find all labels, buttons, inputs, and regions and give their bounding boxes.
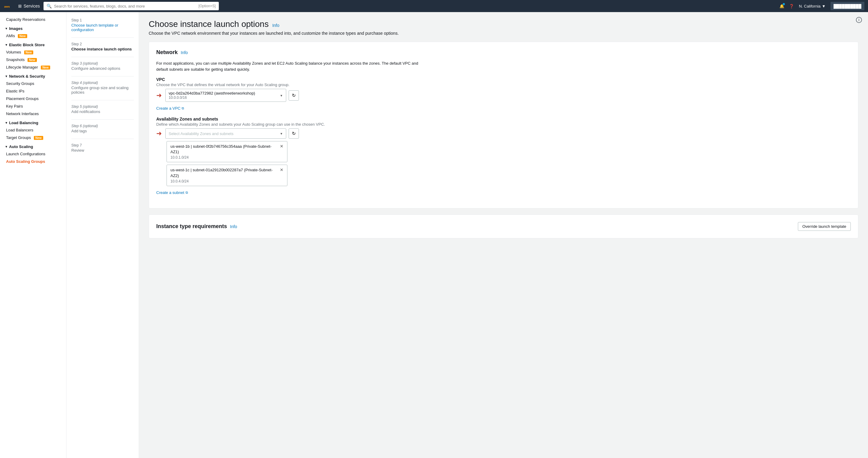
vpc-dropdown-arrow: ▼ — [280, 94, 283, 97]
step-6: Step 6 (optional) Add tags — [71, 124, 134, 133]
vpc-refresh-button[interactable]: ↻ — [289, 90, 299, 101]
step-5: Step 5 (optional) Add notifications — [71, 104, 134, 114]
aws-logo[interactable]: aws — [4, 2, 14, 10]
sidebar-item-volumes[interactable]: Volumes New — [0, 48, 66, 56]
sidebar-item-security-groups[interactable]: Security Groups — [0, 80, 66, 87]
az-field-group: Availability Zones and subnets Define wh… — [156, 117, 851, 195]
notifications-bell[interactable]: 🔔 — [779, 4, 784, 8]
instance-type-info-link[interactable]: Info — [230, 224, 237, 229]
az-select[interactable]: Select Availability Zones and subnets ▼ — [165, 128, 286, 139]
chevron-icon: ▼ — [5, 121, 8, 125]
sidebar-section-images: ▼ Images — [0, 23, 66, 32]
region-selector[interactable]: N. California ▼ — [799, 4, 826, 8]
vpc-hint: Choose the VPC that defines the virtual … — [156, 83, 851, 87]
subnet1-chip-wrapper: us-west-1b | subnet-0f2b746756c354aaa (P… — [166, 141, 851, 186]
step-5-label: Step 5 (optional) — [71, 104, 134, 109]
account-menu[interactable]: ██████████ — [831, 2, 864, 10]
chevron-icon: ▼ — [5, 75, 8, 78]
step-7-label: Step 7 — [71, 143, 134, 148]
external-link-icon: ⧉ — [186, 191, 188, 195]
create-subnet-link[interactable]: Create a subnet ⧉ — [156, 190, 188, 195]
override-launch-template-button[interactable]: Override launch template — [798, 222, 851, 231]
step-5-title[interactable]: Add notifications — [71, 109, 134, 114]
vpc-arrow-indicator: ➜ — [156, 92, 162, 99]
chevron-icon: ▼ — [5, 27, 8, 30]
page-title: Choose instance launch options — [149, 19, 269, 29]
vpc-value-sub: 10.0.0.0/16 — [168, 95, 276, 100]
subnet2-chip-content: us-west-1c | subnet-01a29120b002287a7 (P… — [170, 167, 277, 183]
step-4-title[interactable]: Configure group size and scaling policie… — [71, 86, 134, 95]
vpc-select[interactable]: vpc-0d2a264d3ba772982 (awsthreetierworks… — [165, 89, 286, 102]
subnet2-chip: us-west-1c | subnet-01a29120b002287a7 (P… — [166, 165, 287, 186]
subnet1-chip: us-west-1b | subnet-0f2b746756c354aaa (P… — [166, 141, 287, 162]
refresh-icon: ↻ — [292, 93, 296, 98]
search-shortcut: [Option+S] — [198, 4, 216, 8]
vpc-value-main: vpc-0d2a264d3ba772982 (awsthreetierworks… — [168, 91, 276, 95]
nav-right-section: 🔔 ❓ N. California ▼ ██████████ — [779, 2, 864, 10]
step-2-title[interactable]: Choose instance launch options — [71, 47, 134, 52]
az-arrow-indicator: ➜ — [156, 130, 162, 137]
subnet1-chip-content: us-west-1b | subnet-0f2b746756c354aaa (P… — [170, 144, 277, 160]
create-vpc-link[interactable]: Create a VPC ⧉ — [156, 106, 184, 110]
sidebar-item-load-balancers[interactable]: Load Balancers — [0, 126, 66, 134]
sidebar-item-elastic-ips[interactable]: Elastic IPs — [0, 87, 66, 95]
sidebar-section-load-balancing: ▼ Load Balancing — [0, 118, 66, 126]
sidebar-item-network-interfaces[interactable]: Network Interfaces — [0, 110, 66, 118]
new-badge: New — [18, 34, 27, 38]
sidebar: Capacity Reservations ▼ Images AMIs New … — [0, 12, 66, 458]
page-info-link[interactable]: Info — [272, 23, 279, 28]
az-refresh-button[interactable]: ↻ — [289, 128, 299, 139]
step-1-title[interactable]: Choose launch template or configuration — [71, 23, 134, 32]
vpc-label: VPC — [156, 77, 851, 82]
main-content: Choose instance launch options Info Choo… — [139, 12, 868, 458]
sidebar-item-placement-groups[interactable]: Placement Groups — [0, 95, 66, 102]
sidebar-item-target-groups[interactable]: Target Groups New — [0, 134, 66, 141]
sidebar-item-launch-configurations[interactable]: Launch Configurations — [0, 150, 66, 158]
sidebar-item-key-pairs[interactable]: Key Pairs — [0, 102, 66, 110]
az-placeholder: Select Availability Zones and subnets — [168, 131, 233, 136]
network-info-link[interactable]: Info — [181, 50, 188, 55]
search-input[interactable] — [54, 4, 196, 8]
global-search-bar[interactable]: 🔍 [Option+S] — [43, 2, 219, 10]
step-7: Step 7 Review — [71, 143, 134, 153]
info-circle-icon[interactable]: i — [856, 17, 862, 23]
subnet2-remove-button[interactable]: ✕ — [280, 167, 283, 172]
create-subnet-row: Create a subnet ⧉ — [156, 189, 851, 195]
sidebar-item-capacity-reservations[interactable]: Capacity Reservations — [0, 16, 66, 23]
page-header: Choose instance launch options Info — [149, 19, 858, 29]
step-4: Step 4 (optional) Configure group size a… — [71, 81, 134, 95]
chevron-icon: ▼ — [5, 43, 8, 46]
step-6-title[interactable]: Add tags — [71, 129, 134, 133]
sidebar-item-snapshots[interactable]: Snapshots New — [0, 56, 66, 63]
instance-type-title: Instance type requirements — [156, 223, 227, 230]
step-3: Step 3 (optional) Configure advanced opt… — [71, 61, 134, 71]
network-card: Network Info For most applications, you … — [149, 42, 858, 208]
step-7-title[interactable]: Review — [71, 148, 134, 153]
az-dropdown-arrow: ▼ — [280, 132, 283, 135]
subnet2-sub-text: 10.0.4.0/24 — [170, 179, 277, 184]
svg-text:aws: aws — [4, 5, 10, 8]
vpc-field-group: VPC Choose the VPC that defines the virt… — [156, 77, 851, 110]
sidebar-item-auto-scaling-groups[interactable]: Auto Scaling Groups — [0, 158, 66, 165]
services-menu[interactable]: ⊞ Services — [18, 4, 40, 8]
top-navigation: aws ⊞ Services 🔍 [Option+S] 🔔 ❓ N. Calif… — [0, 0, 868, 12]
step-4-label: Step 4 (optional) — [71, 81, 134, 85]
az-hint: Define which Availability Zones and subn… — [156, 122, 851, 127]
az-field-row: ➜ Select Availability Zones and subnets … — [156, 128, 851, 139]
search-icon: 🔍 — [46, 4, 52, 8]
step-6-label: Step 6 (optional) — [71, 124, 134, 128]
external-link-icon: ⧉ — [182, 106, 184, 110]
step-3-label: Step 3 (optional) — [71, 61, 134, 66]
step-3-title[interactable]: Configure advanced options — [71, 66, 134, 71]
network-card-header: Network Info — [156, 49, 851, 56]
network-section-title: Network — [156, 49, 178, 56]
create-vpc-row: Create a VPC ⧉ — [156, 104, 851, 110]
help-icon[interactable]: ❓ — [789, 4, 794, 8]
page-info-icon[interactable]: i — [856, 17, 862, 23]
notification-dot — [783, 3, 785, 5]
sidebar-item-lifecycle-manager[interactable]: Lifecycle Manager New — [0, 63, 66, 71]
sidebar-item-amis[interactable]: AMIs New — [0, 32, 66, 40]
subnet1-remove-button[interactable]: ✕ — [280, 144, 283, 149]
refresh-icon: ↻ — [292, 131, 296, 136]
new-badge: New — [24, 51, 34, 54]
